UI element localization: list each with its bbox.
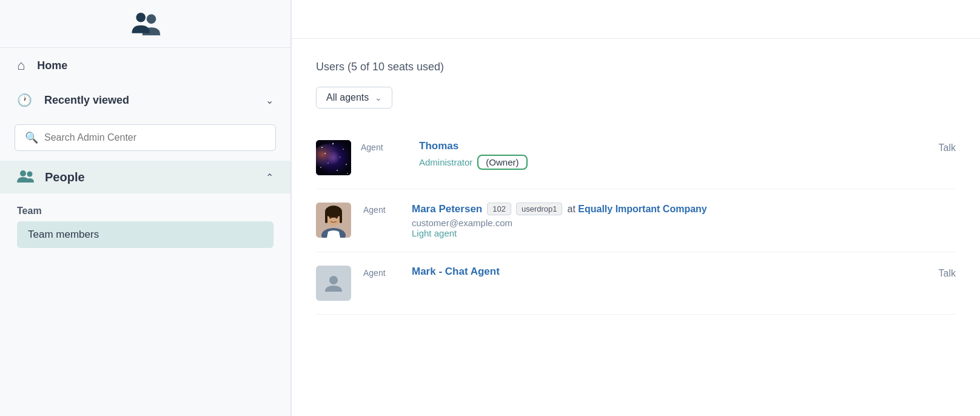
clock-icon: 🕐	[17, 93, 32, 107]
people-icon	[17, 169, 34, 185]
user-info: Mark - Chat Agent	[412, 266, 927, 280]
agent-tag: Agent	[363, 205, 386, 215]
avatar	[316, 266, 351, 301]
at-company: at Equally Important Company	[567, 204, 706, 215]
filter-dropdown-label: All agents	[326, 92, 369, 103]
user-role-row: Light agent	[412, 228, 956, 238]
owner-badge: (Owner)	[477, 155, 527, 170]
agent-tag: Agent	[363, 268, 386, 278]
product-label: Talk	[939, 140, 956, 153]
company-name: Equally Important Company	[578, 204, 706, 214]
team-members-item[interactable]: Team members	[17, 221, 274, 248]
svg-rect-19	[325, 211, 327, 223]
team-section: Team Team members	[0, 193, 290, 253]
user-badge-drop: userdrop1	[516, 203, 563, 215]
chevron-up-icon: ⌃	[266, 172, 274, 183]
user-name[interactable]: Mara Petersen	[412, 203, 482, 215]
home-icon: ⌂	[17, 58, 25, 73]
sidebar: ⌂ Home 🕐 Recently viewed ⌄ 🔍 People ⌃	[0, 0, 291, 416]
people-label: People	[45, 170, 85, 184]
search-icon: 🔍	[25, 131, 38, 144]
svg-point-11	[320, 167, 321, 168]
svg-point-15	[347, 173, 348, 174]
svg-point-14	[324, 153, 326, 154]
svg-point-13	[340, 156, 341, 158]
sidebar-recently-viewed-label: Recently viewed	[44, 94, 129, 107]
avatar	[316, 140, 351, 175]
table-row: Agent Mark - Chat Agent Talk	[316, 252, 956, 315]
user-name-row: Mark - Chat Agent	[412, 266, 927, 278]
user-email: customer@example.com	[412, 218, 512, 228]
user-info: Thomas Administrator (Owner)	[419, 140, 929, 170]
search-container: 🔍	[0, 117, 290, 161]
zendesk-logo-icon	[130, 11, 161, 38]
table-row: Agent Mara Petersen 102 userdrop1 at Equ…	[316, 189, 956, 252]
user-badge-number: 102	[487, 203, 511, 215]
main-header	[292, 0, 980, 39]
product-label: Talk	[939, 266, 956, 279]
search-box[interactable]: 🔍	[15, 124, 276, 151]
svg-point-1	[146, 15, 156, 24]
main-content-area: Users (5 of 10 seats used) All agents ⌄	[291, 0, 980, 416]
filter-dropdown[interactable]: All agents ⌄	[316, 87, 392, 109]
svg-point-24	[329, 276, 338, 284]
search-input[interactable]	[44, 132, 266, 143]
svg-point-2	[20, 170, 26, 176]
user-name-row: Thomas	[419, 140, 929, 152]
user-detail-row: Administrator (Owner)	[419, 155, 929, 170]
user-name[interactable]: Thomas	[419, 140, 458, 152]
thomas-avatar-image	[316, 140, 351, 175]
svg-point-0	[136, 13, 146, 22]
sidebar-nav: ⌂ Home 🕐 Recently viewed ⌄	[0, 48, 290, 117]
svg-point-9	[346, 164, 347, 165]
agent-label-col: Agent	[363, 266, 400, 278]
svg-point-10	[337, 170, 338, 171]
users-title: Users (5 of 10 seats used)	[316, 61, 956, 73]
svg-rect-20	[340, 211, 342, 223]
user-info: Mara Petersen 102 userdrop1 at Equally I…	[412, 203, 956, 238]
sidebar-home-label: Home	[37, 59, 67, 72]
team-label: Team	[17, 206, 274, 216]
agent-label-col: Agent	[363, 203, 400, 215]
svg-point-22	[329, 216, 332, 219]
svg-point-12	[327, 163, 328, 163]
placeholder-avatar-icon	[324, 273, 343, 293]
user-detail-row: customer@example.com	[412, 218, 956, 228]
table-row: Agent Thomas Administrator (Owner) Talk	[316, 127, 956, 189]
main-content: Users (5 of 10 seats used) All agents ⌄	[292, 39, 980, 337]
svg-point-6	[321, 147, 323, 148]
sidebar-item-home[interactable]: ⌂ Home	[0, 48, 290, 83]
dropdown-chevron-icon: ⌄	[375, 93, 382, 102]
agent-label-col: Agent	[361, 140, 409, 152]
user-name[interactable]: Mark - Chat Agent	[412, 266, 500, 278]
svg-point-18	[325, 206, 342, 218]
chevron-down-icon: ⌄	[266, 95, 274, 106]
svg-point-3	[27, 172, 33, 177]
svg-point-7	[332, 143, 334, 144]
mara-avatar-image	[316, 203, 351, 238]
sidebar-item-recently-viewed[interactable]: 🕐 Recently viewed ⌄	[0, 83, 290, 117]
svg-point-23	[335, 216, 338, 219]
at-text: at	[567, 204, 578, 214]
user-type: Light agent	[412, 228, 457, 238]
avatar	[316, 203, 351, 238]
sidebar-item-people[interactable]: People ⌃	[0, 161, 290, 193]
user-role: Administrator	[419, 157, 472, 167]
sidebar-logo-area	[0, 0, 290, 48]
user-name-row: Mara Petersen 102 userdrop1 at Equally I…	[412, 203, 956, 215]
agent-tag: Agent	[361, 143, 383, 152]
svg-point-8	[343, 149, 344, 150]
